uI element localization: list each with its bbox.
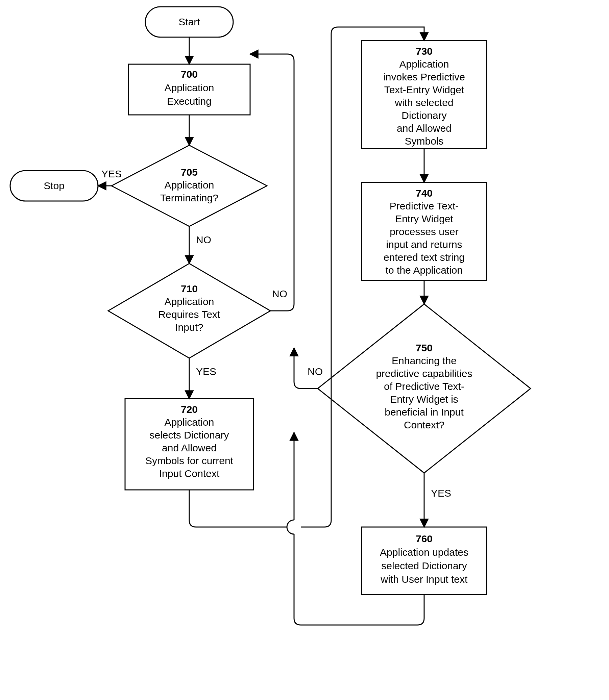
svg-text:to the Application: to the Application bbox=[386, 265, 463, 276]
node-740-num: 740 bbox=[416, 187, 433, 199]
node-710-num: 710 bbox=[181, 283, 198, 294]
svg-text:entered text string: entered text string bbox=[384, 252, 465, 263]
svg-text:with selected: with selected bbox=[395, 97, 453, 108]
node-760: 760 Application updates selected Diction… bbox=[362, 527, 487, 595]
svg-text:Entry Widget is: Entry Widget is bbox=[390, 394, 458, 405]
svg-text:processes user: processes user bbox=[390, 226, 458, 237]
node-720-num: 720 bbox=[181, 404, 198, 415]
label-710-no: NO bbox=[272, 288, 287, 299]
svg-text:invokes Predictive: invokes Predictive bbox=[383, 71, 465, 83]
node-720: 720 Application selects Dictionary and A… bbox=[125, 399, 254, 490]
svg-text:Enhancing the: Enhancing the bbox=[392, 355, 457, 366]
svg-text:Input?: Input? bbox=[175, 322, 203, 333]
node-730: 730 Application invokes Predictive Text-… bbox=[362, 40, 487, 149]
svg-text:Input Context: Input Context bbox=[159, 468, 220, 479]
svg-text:Application updates: Application updates bbox=[380, 546, 468, 558]
node-705-num: 705 bbox=[181, 166, 198, 178]
svg-text:Context?: Context? bbox=[404, 419, 445, 430]
node-730-num: 730 bbox=[416, 46, 433, 57]
svg-text:Symbols for current: Symbols for current bbox=[145, 455, 233, 466]
svg-text:input and returns: input and returns bbox=[386, 239, 462, 250]
svg-text:predictive capabilities: predictive capabilities bbox=[376, 368, 472, 379]
start-label: Start bbox=[178, 16, 200, 28]
node-750: 750 Enhancing the predictive capabilitie… bbox=[318, 304, 530, 473]
label-710-yes: YES bbox=[196, 366, 216, 377]
node-750-num: 750 bbox=[416, 342, 433, 353]
svg-text:Application: Application bbox=[164, 179, 214, 191]
node-740: 740 Predictive Text- Entry Widget proces… bbox=[362, 182, 487, 281]
svg-text:Symbols: Symbols bbox=[404, 136, 443, 147]
node-700-num: 700 bbox=[181, 69, 198, 80]
svg-text:Terminating?: Terminating? bbox=[160, 192, 218, 203]
node-710: 710 Application Requires Text Input? bbox=[108, 264, 271, 358]
node-760-num: 760 bbox=[416, 533, 433, 544]
node-stop: Stop bbox=[10, 170, 98, 201]
svg-text:and Allowed: and Allowed bbox=[162, 442, 216, 453]
label-750-yes: YES bbox=[431, 487, 451, 499]
svg-text:Requires Text: Requires Text bbox=[158, 309, 221, 320]
svg-text:Dictionary: Dictionary bbox=[401, 110, 447, 121]
stop-label: Stop bbox=[44, 180, 65, 191]
svg-text:with User Input text: with User Input text bbox=[381, 574, 468, 585]
svg-text:of Predictive Text-: of Predictive Text- bbox=[384, 381, 464, 392]
flowchart: Start 700 Application Executing Stop 705… bbox=[0, 0, 609, 700]
label-750-no: NO bbox=[308, 366, 323, 377]
node-700: 700 Application Executing bbox=[128, 64, 250, 115]
svg-text:beneficial in Input: beneficial in Input bbox=[385, 407, 464, 417]
node-start: Start bbox=[145, 7, 233, 37]
svg-text:selects Dictionary: selects Dictionary bbox=[150, 429, 229, 441]
hop-arc-2 bbox=[287, 520, 301, 527]
label-705-no: NO bbox=[196, 234, 211, 245]
hop-arc-1 bbox=[287, 520, 294, 534]
svg-text:Predictive Text-: Predictive Text- bbox=[390, 200, 459, 212]
svg-text:selected Dictionary: selected Dictionary bbox=[381, 560, 467, 571]
svg-text:Application: Application bbox=[164, 82, 214, 93]
node-705: 705 Application Terminating? bbox=[111, 145, 267, 226]
svg-text:Application: Application bbox=[164, 296, 214, 307]
svg-text:and Allowed: and Allowed bbox=[397, 123, 452, 134]
svg-text:Entry Widget: Entry Widget bbox=[395, 213, 453, 224]
svg-text:Executing: Executing bbox=[167, 95, 212, 107]
svg-text:Text-Entry Widget: Text-Entry Widget bbox=[384, 84, 464, 95]
svg-text:Application: Application bbox=[164, 416, 214, 428]
label-705-yes: YES bbox=[101, 168, 122, 179]
svg-text:Application: Application bbox=[399, 58, 449, 70]
